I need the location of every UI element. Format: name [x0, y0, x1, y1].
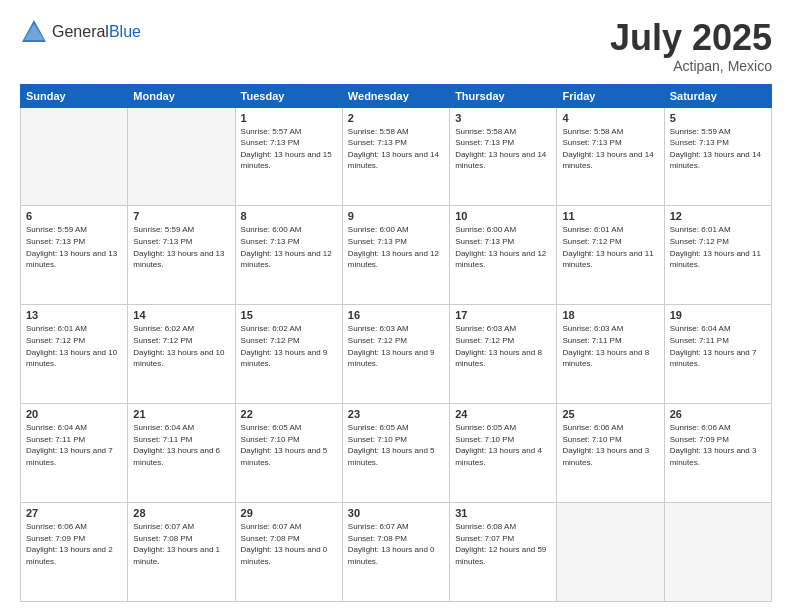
- calendar-cell: 8 Sunrise: 6:00 AMSunset: 7:13 PMDayligh…: [235, 206, 342, 305]
- day-number: 28: [133, 507, 229, 519]
- day-info: Sunrise: 6:07 AMSunset: 7:08 PMDaylight:…: [133, 521, 229, 567]
- day-info: Sunrise: 6:05 AMSunset: 7:10 PMDaylight:…: [241, 422, 337, 468]
- day-info: Sunrise: 5:58 AMSunset: 7:13 PMDaylight:…: [348, 126, 444, 172]
- day-number: 31: [455, 507, 551, 519]
- day-info: Sunrise: 6:00 AMSunset: 7:13 PMDaylight:…: [241, 224, 337, 270]
- day-info: Sunrise: 6:01 AMSunset: 7:12 PMDaylight:…: [670, 224, 766, 270]
- day-info: Sunrise: 5:58 AMSunset: 7:13 PMDaylight:…: [455, 126, 551, 172]
- calendar-cell: 10 Sunrise: 6:00 AMSunset: 7:13 PMDaylig…: [450, 206, 557, 305]
- header: GeneralBlue July 2025 Actipan, Mexico: [20, 18, 772, 74]
- calendar-cell: 31 Sunrise: 6:08 AMSunset: 7:07 PMDaylig…: [450, 503, 557, 602]
- day-info: Sunrise: 5:58 AMSunset: 7:13 PMDaylight:…: [562, 126, 658, 172]
- calendar-cell: 22 Sunrise: 6:05 AMSunset: 7:10 PMDaylig…: [235, 404, 342, 503]
- day-number: 22: [241, 408, 337, 420]
- day-info: Sunrise: 5:59 AMSunset: 7:13 PMDaylight:…: [670, 126, 766, 172]
- day-info: Sunrise: 6:06 AMSunset: 7:09 PMDaylight:…: [670, 422, 766, 468]
- day-number: 21: [133, 408, 229, 420]
- day-number: 18: [562, 309, 658, 321]
- day-number: 19: [670, 309, 766, 321]
- calendar-cell: 27 Sunrise: 6:06 AMSunset: 7:09 PMDaylig…: [21, 503, 128, 602]
- day-info: Sunrise: 6:04 AMSunset: 7:11 PMDaylight:…: [133, 422, 229, 468]
- calendar-cell: [21, 107, 128, 206]
- weekday-header-saturday: Saturday: [664, 84, 771, 107]
- calendar-cell: 11 Sunrise: 6:01 AMSunset: 7:12 PMDaylig…: [557, 206, 664, 305]
- calendar-cell: 18 Sunrise: 6:03 AMSunset: 7:11 PMDaylig…: [557, 305, 664, 404]
- day-number: 3: [455, 112, 551, 124]
- day-info: Sunrise: 5:57 AMSunset: 7:13 PMDaylight:…: [241, 126, 337, 172]
- calendar-cell: 7 Sunrise: 5:59 AMSunset: 7:13 PMDayligh…: [128, 206, 235, 305]
- day-number: 9: [348, 210, 444, 222]
- calendar-location: Actipan, Mexico: [610, 58, 772, 74]
- weekday-header-tuesday: Tuesday: [235, 84, 342, 107]
- calendar-week-4: 20 Sunrise: 6:04 AMSunset: 7:11 PMDaylig…: [21, 404, 772, 503]
- calendar-cell: 25 Sunrise: 6:06 AMSunset: 7:10 PMDaylig…: [557, 404, 664, 503]
- day-info: Sunrise: 6:06 AMSunset: 7:10 PMDaylight:…: [562, 422, 658, 468]
- calendar-cell: 1 Sunrise: 5:57 AMSunset: 7:13 PMDayligh…: [235, 107, 342, 206]
- calendar-cell: 12 Sunrise: 6:01 AMSunset: 7:12 PMDaylig…: [664, 206, 771, 305]
- day-info: Sunrise: 6:03 AMSunset: 7:12 PMDaylight:…: [348, 323, 444, 369]
- day-number: 30: [348, 507, 444, 519]
- calendar-title: July 2025: [610, 18, 772, 58]
- calendar-cell: 5 Sunrise: 5:59 AMSunset: 7:13 PMDayligh…: [664, 107, 771, 206]
- day-number: 17: [455, 309, 551, 321]
- day-info: Sunrise: 6:05 AMSunset: 7:10 PMDaylight:…: [348, 422, 444, 468]
- calendar-cell: 21 Sunrise: 6:04 AMSunset: 7:11 PMDaylig…: [128, 404, 235, 503]
- day-info: Sunrise: 6:03 AMSunset: 7:11 PMDaylight:…: [562, 323, 658, 369]
- weekday-header-sunday: Sunday: [21, 84, 128, 107]
- day-number: 16: [348, 309, 444, 321]
- day-number: 12: [670, 210, 766, 222]
- day-number: 5: [670, 112, 766, 124]
- day-info: Sunrise: 6:04 AMSunset: 7:11 PMDaylight:…: [26, 422, 122, 468]
- day-number: 7: [133, 210, 229, 222]
- calendar-cell: [664, 503, 771, 602]
- day-info: Sunrise: 6:01 AMSunset: 7:12 PMDaylight:…: [562, 224, 658, 270]
- day-number: 1: [241, 112, 337, 124]
- calendar-cell: 23 Sunrise: 6:05 AMSunset: 7:10 PMDaylig…: [342, 404, 449, 503]
- day-info: Sunrise: 6:03 AMSunset: 7:12 PMDaylight:…: [455, 323, 551, 369]
- day-number: 4: [562, 112, 658, 124]
- day-number: 25: [562, 408, 658, 420]
- day-number: 13: [26, 309, 122, 321]
- day-info: Sunrise: 6:01 AMSunset: 7:12 PMDaylight:…: [26, 323, 122, 369]
- day-number: 29: [241, 507, 337, 519]
- day-number: 24: [455, 408, 551, 420]
- day-info: Sunrise: 6:06 AMSunset: 7:09 PMDaylight:…: [26, 521, 122, 567]
- day-info: Sunrise: 6:02 AMSunset: 7:12 PMDaylight:…: [133, 323, 229, 369]
- day-info: Sunrise: 6:07 AMSunset: 7:08 PMDaylight:…: [241, 521, 337, 567]
- day-number: 2: [348, 112, 444, 124]
- day-info: Sunrise: 5:59 AMSunset: 7:13 PMDaylight:…: [133, 224, 229, 270]
- calendar-cell: 4 Sunrise: 5:58 AMSunset: 7:13 PMDayligh…: [557, 107, 664, 206]
- page: GeneralBlue July 2025 Actipan, Mexico Su…: [0, 0, 792, 612]
- calendar-cell: 30 Sunrise: 6:07 AMSunset: 7:08 PMDaylig…: [342, 503, 449, 602]
- calendar-table: SundayMondayTuesdayWednesdayThursdayFrid…: [20, 84, 772, 602]
- calendar-cell: 13 Sunrise: 6:01 AMSunset: 7:12 PMDaylig…: [21, 305, 128, 404]
- calendar-cell: 17 Sunrise: 6:03 AMSunset: 7:12 PMDaylig…: [450, 305, 557, 404]
- title-block: July 2025 Actipan, Mexico: [610, 18, 772, 74]
- day-number: 15: [241, 309, 337, 321]
- weekday-header-thursday: Thursday: [450, 84, 557, 107]
- weekday-header-wednesday: Wednesday: [342, 84, 449, 107]
- logo-general: General: [52, 23, 109, 40]
- day-info: Sunrise: 6:00 AMSunset: 7:13 PMDaylight:…: [348, 224, 444, 270]
- day-info: Sunrise: 6:00 AMSunset: 7:13 PMDaylight:…: [455, 224, 551, 270]
- logo-text: GeneralBlue: [52, 23, 141, 41]
- logo-blue: Blue: [109, 23, 141, 40]
- day-number: 11: [562, 210, 658, 222]
- day-number: 8: [241, 210, 337, 222]
- day-info: Sunrise: 6:02 AMSunset: 7:12 PMDaylight:…: [241, 323, 337, 369]
- calendar-cell: 6 Sunrise: 5:59 AMSunset: 7:13 PMDayligh…: [21, 206, 128, 305]
- calendar-cell: 16 Sunrise: 6:03 AMSunset: 7:12 PMDaylig…: [342, 305, 449, 404]
- logo: GeneralBlue: [20, 18, 141, 46]
- calendar-week-5: 27 Sunrise: 6:06 AMSunset: 7:09 PMDaylig…: [21, 503, 772, 602]
- calendar-week-3: 13 Sunrise: 6:01 AMSunset: 7:12 PMDaylig…: [21, 305, 772, 404]
- calendar-cell: 3 Sunrise: 5:58 AMSunset: 7:13 PMDayligh…: [450, 107, 557, 206]
- svg-marker-1: [24, 24, 44, 40]
- calendar-cell: 19 Sunrise: 6:04 AMSunset: 7:11 PMDaylig…: [664, 305, 771, 404]
- weekday-header-friday: Friday: [557, 84, 664, 107]
- weekday-header-monday: Monday: [128, 84, 235, 107]
- calendar-cell: [128, 107, 235, 206]
- calendar-week-2: 6 Sunrise: 5:59 AMSunset: 7:13 PMDayligh…: [21, 206, 772, 305]
- day-number: 20: [26, 408, 122, 420]
- calendar-cell: 2 Sunrise: 5:58 AMSunset: 7:13 PMDayligh…: [342, 107, 449, 206]
- calendar-cell: 20 Sunrise: 6:04 AMSunset: 7:11 PMDaylig…: [21, 404, 128, 503]
